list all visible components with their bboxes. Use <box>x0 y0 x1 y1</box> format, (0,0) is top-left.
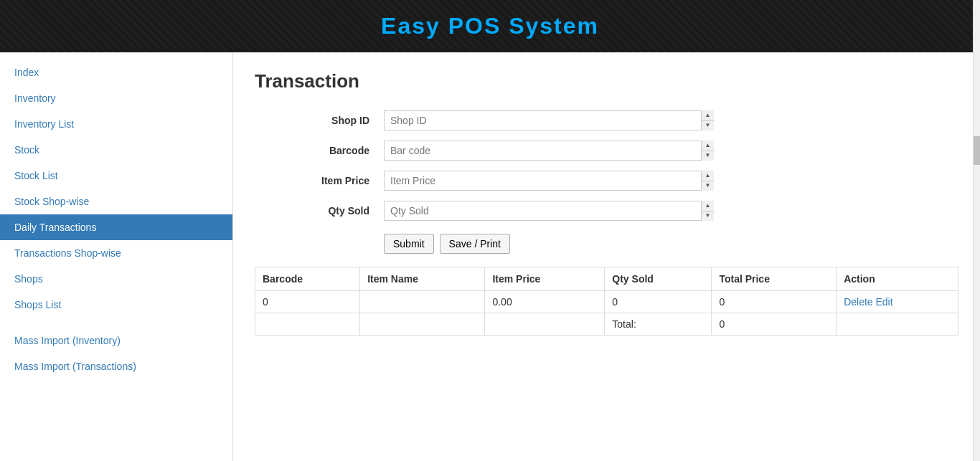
item-price-label: Item Price <box>255 175 384 186</box>
col-item-name: Item Name <box>360 267 485 291</box>
page-title: Transaction <box>255 70 958 92</box>
barcode-spinner-down[interactable]: ▼ <box>702 151 714 161</box>
footer-empty-4 <box>837 313 958 336</box>
col-total-price: Total Price <box>712 267 837 291</box>
cell-qty-sold: 0 <box>605 291 712 313</box>
barcode-spinner: ▲ ▼ <box>701 141 714 161</box>
sidebar-item-inventory[interactable]: Inventory <box>0 85 232 111</box>
sidebar-item-index[interactable]: Index <box>0 60 232 85</box>
shop-id-spinner-down[interactable]: ▼ <box>702 121 714 131</box>
scrollbar-thumb[interactable] <box>974 136 980 165</box>
item-price-row: Item Price ▲ ▼ <box>255 171 958 191</box>
item-price-input-wrapper: ▲ ▼ <box>384 171 714 191</box>
app-title: Easy POS System <box>381 13 599 39</box>
qty-sold-spinner-up[interactable]: ▲ <box>702 201 714 212</box>
main-layout: Index Inventory Inventory List Stock Sto… <box>0 52 980 461</box>
footer-empty-2 <box>360 313 485 336</box>
barcode-label: Barcode <box>255 145 384 156</box>
app-header: Easy POS System <box>0 0 980 52</box>
sidebar-divider <box>0 318 232 328</box>
footer-total-value: 0 <box>712 313 837 336</box>
qty-sold-input-wrapper: ▲ ▼ <box>384 201 714 221</box>
sidebar-item-stock-list[interactable]: Stock List <box>0 163 232 189</box>
cell-total-price: 0 <box>712 291 837 313</box>
cell-item-name <box>360 291 485 313</box>
item-price-spinner: ▲ ▼ <box>701 171 714 191</box>
footer-empty-1 <box>255 313 360 336</box>
sidebar-item-mass-import-inventory[interactable]: Mass Import (Inventory) <box>0 328 232 353</box>
delete-link[interactable]: Delete <box>844 296 872 308</box>
footer-total-label: Total: <box>605 313 712 336</box>
shop-id-spinner-up[interactable]: ▲ <box>702 110 714 121</box>
table-footer-row: Total: 0 <box>255 313 958 336</box>
qty-sold-spinner: ▲ ▼ <box>701 201 714 221</box>
edit-link[interactable]: Edit <box>876 296 893 308</box>
sidebar-item-transactions-shop-wise[interactable]: Transactions Shop-wise <box>0 240 232 266</box>
sidebar-item-mass-import-transactions[interactable]: Mass Import (Transactions) <box>0 353 232 379</box>
cell-barcode: 0 <box>255 291 360 313</box>
sidebar-item-stock-shop-wise[interactable]: Stock Shop-wise <box>0 189 232 214</box>
col-action: Action <box>837 267 958 291</box>
barcode-input-wrapper: ▲ ▼ <box>384 141 714 161</box>
shop-id-input[interactable] <box>384 110 714 130</box>
sidebar-item-daily-transactions[interactable]: Daily Transactions <box>0 214 232 240</box>
qty-sold-input[interactable] <box>384 201 714 221</box>
cell-action: Delete Edit <box>837 291 958 313</box>
barcode-input[interactable] <box>384 141 714 161</box>
submit-button[interactable]: Submit <box>384 234 434 254</box>
scrollbar-track[interactable] <box>973 0 980 461</box>
table-header-row: Barcode Item Name Item Price Qty Sold To… <box>255 267 958 291</box>
sidebar-item-stock[interactable]: Stock <box>0 137 232 163</box>
sidebar-item-shops-list[interactable]: Shops List <box>0 292 232 318</box>
barcode-spinner-up[interactable]: ▲ <box>702 141 714 151</box>
main-content: Transaction Shop ID ▲ ▼ Barcode ▲ ▼ <box>233 52 980 461</box>
footer-empty-3 <box>485 313 605 336</box>
transactions-table: Barcode Item Name Item Price Qty Sold To… <box>255 267 958 336</box>
col-item-price: Item Price <box>485 267 605 291</box>
table-row: 0 0.00 0 0 Delete Edit <box>255 291 958 313</box>
qty-sold-spinner-down[interactable]: ▼ <box>702 212 714 222</box>
shop-id-row: Shop ID ▲ ▼ <box>255 110 958 130</box>
barcode-row: Barcode ▲ ▼ <box>255 141 958 161</box>
item-price-spinner-down[interactable]: ▼ <box>702 181 714 191</box>
col-qty-sold: Qty Sold <box>605 267 712 291</box>
sidebar: Index Inventory Inventory List Stock Sto… <box>0 52 233 461</box>
cell-item-price: 0.00 <box>485 291 605 313</box>
shop-id-spinner: ▲ ▼ <box>701 110 714 130</box>
qty-sold-row: Qty Sold ▲ ▼ <box>255 201 958 221</box>
col-barcode: Barcode <box>255 267 360 291</box>
shop-id-label: Shop ID <box>255 115 384 126</box>
shop-id-input-wrapper: ▲ ▼ <box>384 110 714 130</box>
qty-sold-label: Qty Sold <box>255 205 384 217</box>
sidebar-item-shops[interactable]: Shops <box>0 266 232 292</box>
sidebar-item-inventory-list[interactable]: Inventory List <box>0 111 232 137</box>
form-buttons: Submit Save / Print <box>384 234 958 254</box>
item-price-spinner-up[interactable]: ▲ <box>702 171 714 181</box>
item-price-input[interactable] <box>384 171 714 191</box>
save-print-button[interactable]: Save / Print <box>440 234 510 254</box>
